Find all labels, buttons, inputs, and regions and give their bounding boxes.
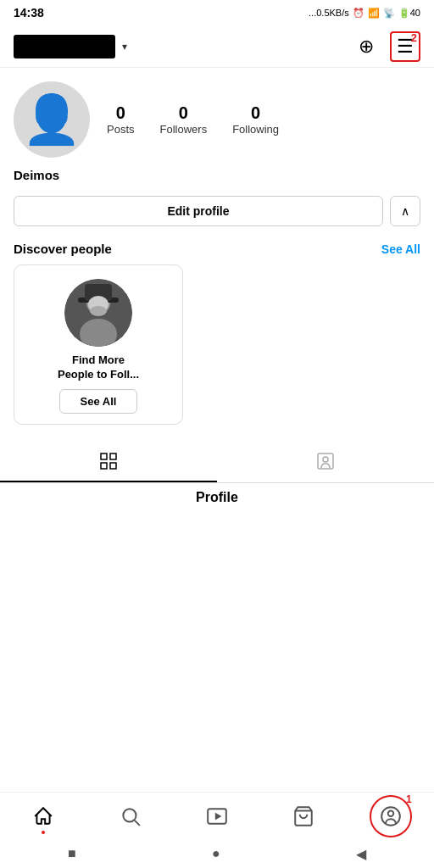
header-icons: ⊕ ☰ 2 — [351, 31, 420, 62]
svg-point-19 — [388, 810, 394, 816]
tab-grid[interactable] — [0, 445, 217, 482]
network-speed: ...0.5KB/s — [309, 8, 349, 18]
card-see-all-button[interactable]: See All — [59, 389, 138, 414]
posts-count: 0 — [116, 103, 125, 123]
svg-rect-9 — [101, 463, 107, 469]
discover-title: Discover people — [14, 242, 112, 256]
posts-label: Posts — [107, 123, 135, 136]
profile-section: 👤 0 Posts 0 Followers 0 Following — [0, 68, 434, 164]
username-bar — [14, 35, 115, 58]
status-right: ...0.5KB/s ⏰ 📶 📡 🔋40 — [309, 8, 420, 19]
profile-username: Deimos — [0, 164, 434, 192]
nav-shop[interactable] — [282, 795, 325, 837]
collapse-button[interactable]: ∧ — [390, 196, 420, 226]
avatar[interactable]: 👤 — [14, 81, 90, 158]
discover-cards: Find MorePeople to Foll... See All — [0, 264, 434, 425]
alarm-icon: ⏰ — [353, 8, 364, 19]
status-bar: 14:38 ...0.5KB/s ⏰ 📶 📡 🔋40 — [0, 0, 434, 25]
bottom-nav: 1 — [0, 792, 434, 839]
avatar-placeholder-icon: 👤 — [22, 96, 81, 143]
svg-marker-16 — [215, 812, 222, 820]
battery-icon: 🔋40 — [398, 8, 420, 19]
svg-rect-10 — [110, 463, 116, 469]
header: ▾ ⊕ ☰ 2 — [0, 25, 434, 68]
tab-tagged[interactable] — [217, 445, 434, 482]
svg-line-14 — [134, 820, 139, 825]
profile-stats: 0 Posts 0 Followers 0 Following — [107, 103, 420, 136]
discover-see-all-link[interactable]: See All — [381, 242, 420, 256]
bottom-page-label: Profile — [0, 483, 434, 512]
menu-badge: 2 — [411, 31, 417, 44]
home-icon — [32, 805, 54, 827]
tabs-row — [0, 445, 434, 483]
nav-search[interactable] — [109, 795, 152, 837]
stat-following[interactable]: 0 Following — [232, 103, 279, 136]
shop-icon — [292, 805, 314, 827]
stat-posts[interactable]: 0 Posts — [107, 103, 135, 136]
chevron-down-icon[interactable]: ▾ — [122, 41, 127, 53]
svg-point-12 — [323, 457, 328, 462]
svg-point-13 — [123, 809, 136, 821]
reels-icon — [206, 805, 228, 827]
svg-rect-11 — [318, 453, 333, 469]
following-count: 0 — [251, 103, 260, 123]
android-recents-button[interactable]: ■ — [68, 846, 76, 861]
menu-button[interactable]: ☰ 2 — [390, 31, 420, 62]
android-nav: ■ ● ◀ — [0, 839, 434, 868]
stat-followers[interactable]: 0 Followers — [160, 103, 208, 136]
signal-icon: 📶 — [368, 8, 380, 19]
add-icon: ⊕ — [359, 36, 374, 58]
wifi-icon: 📡 — [383, 8, 395, 19]
followers-label: Followers — [160, 123, 208, 136]
card-avatar-inner — [64, 279, 132, 347]
discover-card-find-more: Find MorePeople to Foll... See All — [14, 264, 183, 425]
discover-header: Discover people See All — [0, 230, 434, 264]
android-back-button[interactable]: ◀ — [356, 846, 366, 862]
card-name: Find MorePeople to Foll... — [58, 353, 139, 382]
tagged-icon — [315, 451, 336, 476]
svg-rect-8 — [110, 453, 116, 459]
svg-point-6 — [90, 306, 107, 316]
grid-icon — [98, 451, 119, 476]
edit-profile-row: Edit profile ∧ — [0, 192, 434, 230]
card-avatar — [64, 279, 132, 347]
search-icon — [120, 805, 142, 827]
person-avatar-svg — [64, 279, 132, 347]
profile-icon — [380, 805, 402, 827]
followers-count: 0 — [179, 103, 188, 123]
edit-profile-button[interactable]: Edit profile — [14, 196, 383, 226]
header-left: ▾ — [14, 35, 127, 58]
add-post-button[interactable]: ⊕ — [351, 31, 381, 62]
nav-home[interactable] — [22, 795, 64, 837]
nav-profile[interactable]: 1 — [370, 795, 412, 837]
status-time: 14:38 — [14, 6, 44, 19]
svg-rect-7 — [101, 453, 107, 459]
nav-reels[interactable] — [196, 795, 238, 837]
following-label: Following — [232, 123, 279, 136]
collapse-icon: ∧ — [401, 204, 409, 218]
home-active-dot — [42, 831, 45, 834]
android-home-button[interactable]: ● — [212, 846, 220, 861]
profile-badge: 1 — [406, 793, 412, 805]
